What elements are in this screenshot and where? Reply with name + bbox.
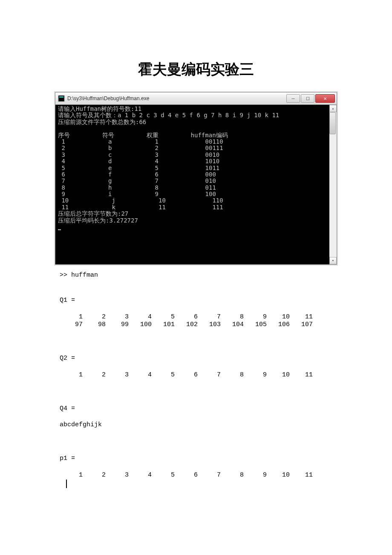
matlab-output: >> huffman Q1 = 1 2 3 4 5 6 7 8 9 10 11 … bbox=[55, 266, 337, 492]
doc-title: 霍夫曼编码实验三 bbox=[0, 60, 392, 79]
table-row: 3 c 3 0010 bbox=[58, 152, 337, 158]
console-line: 压缩后平均码长为:3.272727 bbox=[58, 217, 337, 224]
console-window: D:\sy3\Huffman\Debug\Huffman.exe ─ ☐ ✕ 请… bbox=[55, 92, 337, 265]
console-cursor-line bbox=[58, 224, 337, 230]
var-label: Q1 = bbox=[60, 297, 332, 305]
titlebar: D:\sy3\Huffman\Debug\Huffman.exe ─ ☐ ✕ bbox=[55, 92, 337, 105]
console-line: 压缩后总字符字节数为:27 bbox=[58, 211, 337, 217]
scroll-up-icon[interactable]: ▴ bbox=[329, 105, 337, 112]
close-button[interactable]: ✕ bbox=[315, 94, 335, 103]
table-row: 5 e 5 1011 bbox=[58, 165, 337, 171]
var-row: abcdefghijk bbox=[60, 421, 332, 429]
table-row: 4 d 4 1010 bbox=[58, 158, 337, 165]
console-line bbox=[58, 125, 337, 132]
table-row: 1 a 1 00110 bbox=[58, 139, 337, 145]
scrollbar[interactable]: ▴ ▾ bbox=[329, 105, 337, 264]
var-row: 97 98 99 100 101 102 103 104 105 106 107 bbox=[60, 321, 332, 329]
var-row: 1 2 3 4 5 6 7 8 9 10 11 bbox=[60, 313, 332, 321]
matlab-command: >> huffman bbox=[60, 272, 332, 280]
table-row: 8 h 8 011 bbox=[58, 185, 337, 191]
console-line: 请输入符号及其个数：a 1 b 2 c 3 d 4 e 5 f 6 g 7 h … bbox=[58, 112, 337, 119]
console-body: 请输入Huffman树的符号数:11 请输入符号及其个数：a 1 b 2 c 3… bbox=[55, 105, 337, 264]
var-label: Q2 = bbox=[60, 355, 332, 363]
table-row: 2 b 2 00111 bbox=[58, 145, 337, 151]
svg-rect-1 bbox=[59, 96, 63, 98]
cursor-line bbox=[60, 480, 332, 489]
scroll-thumb[interactable] bbox=[329, 112, 336, 134]
table-header: 序号 符号 权重 huffman编码 bbox=[58, 132, 337, 139]
table-row: 10 j 10 110 bbox=[58, 197, 337, 204]
maximize-button[interactable]: ☐ bbox=[301, 94, 314, 103]
table-row: 6 f 6 000 bbox=[58, 171, 337, 178]
titlebar-path: D:\sy3\Huffman\Debug\Huffman.exe bbox=[67, 95, 286, 101]
app-icon bbox=[58, 95, 65, 102]
text-cursor-icon bbox=[66, 480, 67, 488]
scroll-down-icon[interactable]: ▾ bbox=[329, 257, 337, 264]
table-row: 11 k 11 111 bbox=[58, 204, 337, 211]
console-line: 压缩前源文件字符个数总数为:66 bbox=[58, 119, 337, 125]
var-label: p1 = bbox=[60, 455, 332, 463]
var-row: 1 2 3 4 5 6 7 8 9 10 11 bbox=[60, 371, 332, 379]
table-row: 9 i 9 100 bbox=[58, 191, 337, 197]
var-label: Q4 = bbox=[60, 405, 332, 413]
console-line: 请输入Huffman树的符号数:11 bbox=[58, 106, 337, 112]
minimize-button[interactable]: ─ bbox=[286, 94, 300, 103]
table-row: 7 g 7 010 bbox=[58, 178, 337, 184]
var-row: 1 2 3 4 5 6 7 8 9 10 11 bbox=[60, 471, 332, 480]
